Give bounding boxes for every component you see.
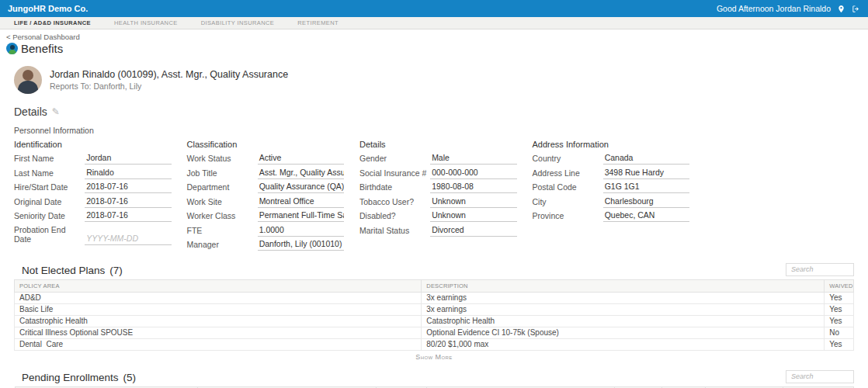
form-field: Probation End DateYYYY-MM-DD <box>14 225 172 245</box>
form-field-label: Worker Class <box>187 211 258 222</box>
form-field-label: FTE <box>187 226 258 237</box>
form-field: Social Insurance #000-000-000 <box>359 168 517 179</box>
form-field-value[interactable]: Unknown <box>430 210 516 222</box>
pending-title: Pending Enrollments(5) <box>14 372 136 383</box>
form-field-value[interactable]: Asst. Mgr., Quality Assurance <box>258 168 344 179</box>
form-field: ManagerDanforth, Lily (001010) <box>187 239 345 251</box>
form-field: Disabled?Unknown <box>359 210 517 222</box>
table-cell: No <box>825 327 854 338</box>
table-cell: Optional Evidence CI 10-75k (Spouse) <box>422 327 825 338</box>
form-field: Seniority Date2018-07-16 <box>14 210 172 222</box>
table-cell: Catastrophic Health <box>15 315 422 327</box>
form-field: Last NameRinaldo <box>14 168 172 179</box>
table-cell: Basic Life <box>15 303 422 315</box>
form-column-heading: Address Information <box>533 140 690 149</box>
table-cell: Yes <box>825 315 854 327</box>
table-row[interactable]: AD&D3x earningsYes <box>15 292 854 303</box>
tab-life-ad-d-insurance[interactable]: LIFE / AD&D INSURANCE <box>14 19 91 26</box>
employee-avatar <box>14 66 42 94</box>
form-field-label: Manager <box>187 240 258 251</box>
table-row[interactable]: Basic Life3x earningsYes <box>15 303 854 315</box>
form-field-value[interactable]: Unknown <box>430 196 516 208</box>
form-field-value[interactable]: Danforth, Lily (001010) <box>258 239 344 251</box>
form-field-value[interactable]: Charlesbourg <box>603 196 689 208</box>
tab-health-insurance[interactable]: HEALTH INSURANCE <box>114 19 178 26</box>
table-cell: Critical Illness Optional SPOUSE <box>15 327 422 338</box>
form-field: Tobacco User?Unknown <box>359 196 517 208</box>
details-heading: Details <box>14 106 47 118</box>
breadcrumb-personal-dashboard[interactable]: < Personal Dashboard <box>6 33 80 41</box>
not-elected-search-input[interactable] <box>786 263 854 276</box>
not-elected-plans-table: Policy AreaDescriptionWaived AD&D3x earn… <box>14 279 854 351</box>
form-field-value[interactable]: YYYY-MM-DD <box>85 234 171 245</box>
form-field-value[interactable]: Permanent Full-Time Salary (WEFS) <box>258 210 344 222</box>
form-field: Marital StatusDivorced <box>359 225 517 237</box>
form-field-label: Disabled? <box>359 211 430 222</box>
form-field-label: Seniority Date <box>14 211 85 222</box>
logout-icon[interactable] <box>852 5 860 13</box>
form-field-label: Social Insurance # <box>359 168 430 179</box>
form-field-value[interactable]: Canada <box>603 153 689 165</box>
table-header-row: Policy AreaDescriptionWaived <box>15 279 854 292</box>
form-field: Original Date2018-07-16 <box>14 196 172 208</box>
form-field-value[interactable]: Rinaldo <box>85 168 171 179</box>
form-column: ClassificationWork StatusActiveJob Title… <box>187 140 345 254</box>
form-column: IdentificationFirst NameJordanLast NameR… <box>14 140 172 254</box>
form-field-value[interactable]: 1.0000 <box>258 225 344 237</box>
form-field: Job TitleAsst. Mgr., Quality Assurance <box>187 168 345 179</box>
table-header-cell: Policy Area <box>15 279 422 292</box>
tab-disability-insurance[interactable]: DISABILITY INSURANCE <box>201 19 275 26</box>
form-field-label: Province <box>533 211 603 222</box>
company-title: JungoHR Demo Co. <box>8 4 88 13</box>
table-cell: 3x earnings <box>422 292 825 303</box>
pending-search-input[interactable] <box>786 370 854 383</box>
form-field-label: Address Line <box>533 168 603 179</box>
form-field-value[interactable]: 3498 Rue Hardy <box>603 168 689 179</box>
form-field-value[interactable]: Divorced <box>430 225 516 237</box>
form-field: Birthdate1980-08-08 <box>359 182 517 193</box>
form-field-value[interactable]: 000-000-000 <box>430 168 516 179</box>
form-field: ProvinceQuebec, CAN <box>533 210 690 222</box>
table-cell: 3x earnings <box>422 303 825 315</box>
table-cell: Yes <box>825 338 854 350</box>
form-field-value[interactable]: 2018-07-16 <box>85 210 171 222</box>
table-row[interactable]: Dental Care80/20 $1,000 maxYes <box>15 338 854 350</box>
form-field-label: Work Site <box>187 197 258 208</box>
form-field-value[interactable]: 2018-07-16 <box>85 182 171 193</box>
form-field-value[interactable]: Quality Assurance (QA) <box>258 182 344 193</box>
form-field-value[interactable]: 2018-07-16 <box>85 196 171 208</box>
form-field-value[interactable]: 1980-08-08 <box>430 182 516 193</box>
form-field: Work StatusActive <box>187 153 345 165</box>
form-field: Hire/Start Date2018-07-16 <box>14 182 172 193</box>
form-field-label: Country <box>533 154 603 165</box>
table-cell: 80/20 $1,000 max <box>422 338 825 350</box>
form-field-label: Original Date <box>14 197 85 208</box>
form-column: DetailsGenderMaleSocial Insurance #000-0… <box>359 140 517 254</box>
table-cell: Yes <box>825 292 854 303</box>
edit-pencil-icon[interactable]: ✎ <box>52 106 60 117</box>
location-pin-icon[interactable] <box>837 5 845 13</box>
table-row[interactable]: Critical Illness Optional SPOUSEOptional… <box>15 327 854 338</box>
form-field-label: Job Title <box>187 168 258 179</box>
form-column-heading: Identification <box>14 140 172 149</box>
greeting-text: Good Afternoon Jordan Rinaldo <box>717 4 831 13</box>
employee-reports-to: Reports To: Danforth, Lily <box>50 81 288 91</box>
form-column-heading: Details <box>359 140 517 149</box>
form-field-label: City <box>533 197 603 208</box>
not-elected-count: (7) <box>109 265 123 276</box>
form-field-label: Birthdate <box>359 182 430 193</box>
form-field-value[interactable]: Quebec, CAN <box>603 210 689 222</box>
table-cell: Dental Care <box>15 338 422 350</box>
form-field-value[interactable]: Male <box>430 153 516 165</box>
form-field-value[interactable]: G1G 1G1 <box>603 182 689 193</box>
show-more-link[interactable]: Show More <box>0 353 868 361</box>
form-field-value[interactable]: Active <box>258 153 344 165</box>
table-row[interactable]: Catastrophic HealthCatastrophic HealthYe… <box>15 315 854 327</box>
tab-retirement[interactable]: RETIREMENT <box>297 19 339 26</box>
employee-header: Jordan Rinaldo (001099), Asst. Mgr., Qua… <box>14 66 868 94</box>
form-field-value[interactable]: Jordan <box>85 153 171 165</box>
personnel-information-label: Personnel Information <box>14 126 868 135</box>
page-title-row: Benefits <box>6 42 868 55</box>
form-field-value[interactable]: Montreal Office <box>258 196 344 208</box>
form-field: Address Line3498 Rue Hardy <box>533 168 690 179</box>
